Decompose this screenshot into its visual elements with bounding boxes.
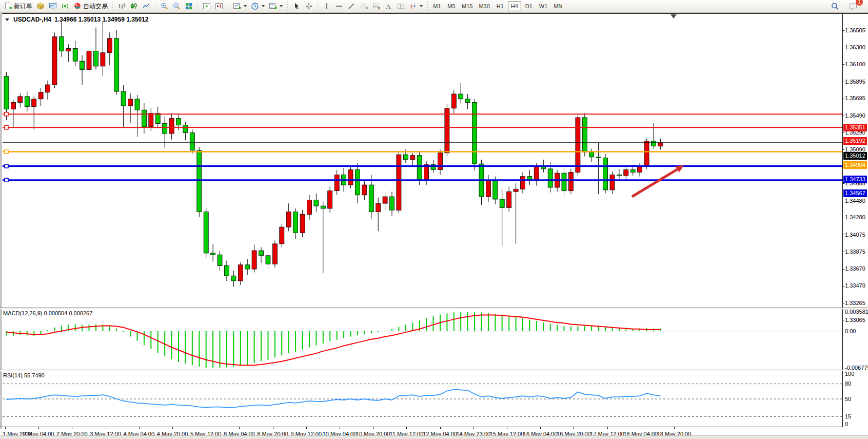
auto-scroll-button[interactable] <box>201 1 213 12</box>
market-watch-icon <box>49 2 57 10</box>
timeframe-button-h4[interactable]: H4 <box>508 1 521 11</box>
zoom-out-button[interactable] <box>170 1 183 12</box>
price-tick-label: 1.33265 <box>845 300 865 306</box>
time-tick-mark <box>273 427 273 429</box>
chart-shift-button[interactable] <box>213 1 225 12</box>
history-center-button[interactable] <box>34 1 47 12</box>
price-tick-mark <box>842 132 844 133</box>
svg-text:T: T <box>399 4 402 9</box>
hline-price-badge: 1.35351 <box>843 124 867 131</box>
trendline-button[interactable] <box>345 1 358 12</box>
timeframe-button-w1[interactable]: W1 <box>537 1 550 11</box>
price-tick-mark <box>842 235 844 235</box>
timeframe-button-h1[interactable]: H1 <box>494 1 507 11</box>
timeframe-button-m1[interactable]: M1 <box>430 1 444 11</box>
toolbar-separator <box>227 1 229 11</box>
price-tick-label: 1.36100 <box>845 61 865 67</box>
tile-windows-button[interactable] <box>183 1 195 12</box>
channel-button[interactable]: E <box>358 1 370 12</box>
window-left-edge <box>0 13 2 435</box>
notifications-button[interactable]: 1 <box>846 1 860 12</box>
rsi-canvas[interactable] <box>3 371 842 427</box>
autotrade-label: 自动交易 <box>83 2 108 11</box>
price-tick-mark <box>842 269 844 270</box>
cursor-icon <box>292 2 301 10</box>
dropdown-arrow-icon <box>280 5 283 7</box>
cursor-button[interactable] <box>290 1 303 12</box>
window-bottom-edge <box>0 435 868 439</box>
time-tick-mark <box>440 427 441 429</box>
text-button[interactable]: A <box>382 1 394 12</box>
price-tick-mark <box>842 64 844 65</box>
timeframe-button-d1[interactable]: D1 <box>522 1 536 11</box>
time-tick-mark <box>340 427 340 429</box>
indicators-icon <box>233 2 241 10</box>
chart-shift-icon <box>215 2 223 10</box>
macd-axis-label: 0.003581 <box>845 309 868 315</box>
timeframe-button-mn[interactable]: MN <box>551 1 565 11</box>
horizontal-line-icon <box>335 2 343 10</box>
period-button[interactable] <box>249 1 267 12</box>
price-tick-mark <box>842 82 844 82</box>
price-tick-mark <box>842 99 844 99</box>
candlestick-button[interactable] <box>128 1 140 12</box>
horizontal-line-button[interactable] <box>333 1 345 12</box>
indicators-button[interactable] <box>231 1 249 12</box>
toolbar-separator <box>286 1 289 11</box>
bar-chart-button[interactable] <box>115 1 128 12</box>
price-tick-label: 1.33470 <box>845 282 865 289</box>
time-tick-mark <box>373 427 373 429</box>
zoom-in-button[interactable] <box>158 1 170 12</box>
market-watch-button[interactable] <box>47 1 59 12</box>
timeframe-button-m15[interactable]: M15 <box>459 1 475 11</box>
hline-price-badge: 1.34733 <box>843 176 867 183</box>
period-clock-icon <box>251 2 259 10</box>
time-tick-mark <box>574 427 574 429</box>
svg-text:F: F <box>378 7 380 10</box>
rsi-axis-label: 50 <box>845 396 851 402</box>
time-tick-mark <box>239 427 240 429</box>
notification-badge: 1 <box>856 0 863 6</box>
search-button[interactable] <box>828 1 841 12</box>
shapes-button[interactable] <box>407 1 425 12</box>
macd-axis-label: 0.00 <box>845 328 856 334</box>
price-tick-label: 1.33670 <box>845 265 865 272</box>
rsi-axis-label: 0 <box>845 421 848 427</box>
line-chart-button[interactable] <box>140 1 152 12</box>
price-tick-mark <box>842 303 844 303</box>
candlestick-icon <box>130 2 138 10</box>
crosshair-button[interactable] <box>303 1 315 12</box>
plot-bottom-border <box>0 427 843 427</box>
price-tick-label: 1.36505 <box>845 27 865 33</box>
signals-button[interactable] <box>59 1 71 12</box>
line-chart-icon <box>142 2 150 10</box>
price-tick-mark <box>842 183 844 184</box>
price-tick-mark <box>842 149 844 150</box>
time-tick-mark <box>106 427 106 429</box>
main-chart-canvas[interactable] <box>3 13 842 308</box>
new-order-button[interactable]: 新订单 <box>2 1 34 12</box>
template-icon <box>269 2 277 10</box>
template-button[interactable] <box>267 1 285 12</box>
timeframe-button-m5[interactable]: M5 <box>445 1 458 11</box>
price-tick-mark <box>842 201 844 201</box>
fibonacci-button[interactable]: F <box>370 1 382 12</box>
svg-text:E: E <box>366 7 368 10</box>
label-button[interactable]: T <box>394 1 407 12</box>
time-tick-mark <box>641 427 641 429</box>
autotrade-icon <box>73 2 82 10</box>
price-tick-label: 1.35895 <box>845 79 865 85</box>
timeframe-button-m30[interactable]: M30 <box>476 1 492 11</box>
trendline-icon <box>347 2 356 10</box>
vertical-line-button[interactable] <box>321 1 333 12</box>
macd-canvas[interactable] <box>3 309 842 370</box>
time-tick-mark <box>474 427 474 429</box>
toolbar: 新订单 自动交易 <box>0 0 868 13</box>
price-tick-label: 1.36300 <box>845 44 865 50</box>
toolbar-separator <box>154 1 156 11</box>
crosshair-icon <box>305 2 313 10</box>
rsi-axis-label: 80 <box>845 380 851 387</box>
time-tick-mark <box>206 427 206 429</box>
vertical-line-icon <box>323 2 331 10</box>
autotrade-button[interactable]: 自动交易 <box>71 1 110 12</box>
